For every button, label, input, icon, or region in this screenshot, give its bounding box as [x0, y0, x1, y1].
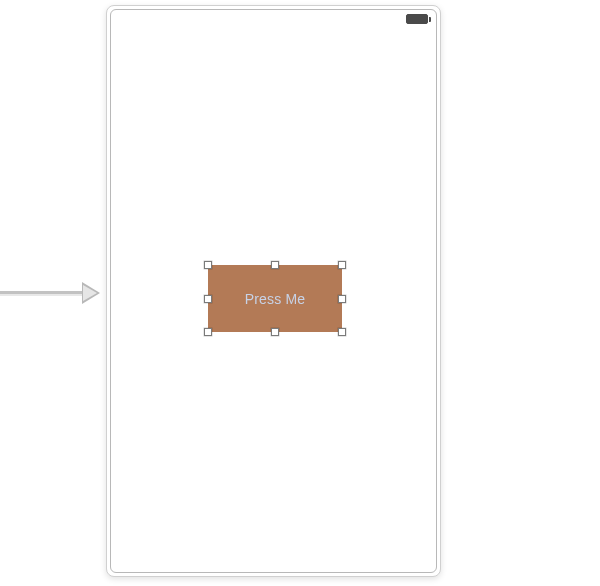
resize-handle-middle-right[interactable] — [338, 295, 346, 303]
press-me-button-label: Press Me — [245, 291, 306, 307]
constraint-arrow-indicator — [0, 281, 100, 305]
resize-handle-top-middle[interactable] — [271, 261, 279, 269]
press-me-button[interactable]: Press Me — [208, 265, 342, 332]
arrow-head-icon — [82, 282, 100, 304]
battery-tip — [429, 17, 431, 22]
resize-handle-top-right[interactable] — [338, 261, 346, 269]
status-bar — [406, 14, 428, 24]
selected-button-wrapper[interactable]: Press Me — [208, 265, 342, 332]
resize-handle-middle-left[interactable] — [204, 295, 212, 303]
resize-handle-top-left[interactable] — [204, 261, 212, 269]
device-canvas-frame-outer: Press Me — [106, 5, 441, 577]
arrow-shaft — [0, 291, 84, 296]
resize-handle-bottom-middle[interactable] — [271, 328, 279, 336]
device-canvas-frame-inner[interactable]: Press Me — [110, 9, 437, 573]
resize-handle-bottom-left[interactable] — [204, 328, 212, 336]
resize-handle-bottom-right[interactable] — [338, 328, 346, 336]
battery-icon — [406, 14, 428, 24]
